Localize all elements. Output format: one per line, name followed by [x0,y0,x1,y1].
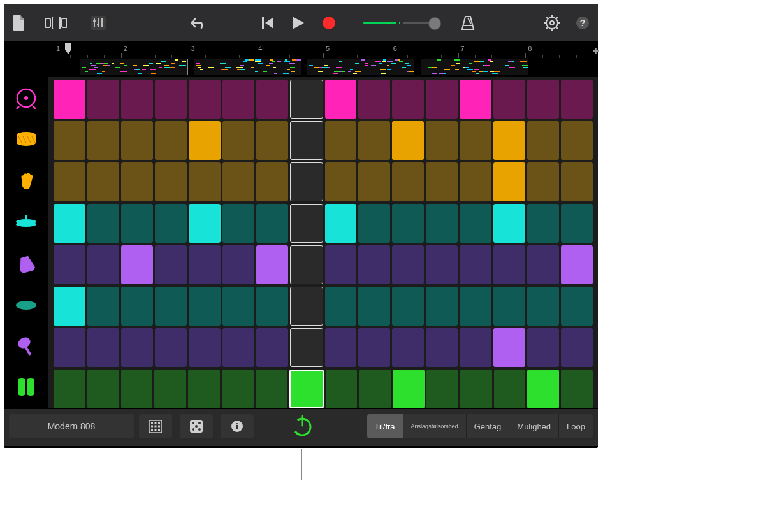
step-cell[interactable] [256,162,288,201]
step-cell[interactable] [460,328,491,367]
arrangement-overview[interactable] [4,58,598,77]
step-cell[interactable] [290,328,323,367]
mixer-icon[interactable] [83,4,113,41]
step-cell[interactable] [290,121,323,160]
step-cell[interactable] [87,80,119,119]
step-cell[interactable] [426,204,458,243]
step-cell[interactable] [561,80,593,119]
step-cell[interactable] [460,204,491,243]
step-cell[interactable] [155,80,187,119]
step-cell[interactable] [121,162,153,201]
step-cell[interactable] [256,370,287,408]
mode-loop[interactable]: Loop [559,414,593,438]
preset-selector[interactable]: Modern 808 [9,414,134,438]
step-cell[interactable] [256,287,288,326]
step-cell[interactable] [54,204,85,243]
step-cell[interactable] [54,245,85,284]
step-cell[interactable] [393,370,425,408]
step-cell[interactable] [561,328,593,367]
step-cell[interactable] [358,287,390,326]
step-cell[interactable] [189,328,221,367]
master-volume[interactable] [363,22,435,24]
step-cell[interactable] [493,80,525,119]
play-icon[interactable] [283,4,314,41]
step-cell[interactable] [290,204,323,243]
step-cell[interactable] [155,328,187,367]
step-cell[interactable] [188,370,220,408]
step-cell[interactable] [358,245,390,284]
step-cell[interactable] [155,121,187,160]
step-cell[interactable] [290,162,323,201]
step-cell[interactable] [189,80,221,119]
hihat-icon[interactable] [4,201,48,243]
overview-section[interactable] [421,59,528,75]
step-cell[interactable] [561,162,593,201]
add-section-icon[interactable]: + [592,45,599,58]
step-cell[interactable] [358,121,390,160]
step-cell[interactable] [54,80,85,119]
step-cell[interactable] [87,370,119,408]
step-cell[interactable] [561,121,593,160]
undo-icon[interactable] [184,4,214,41]
power-button[interactable] [289,413,315,438]
step-cell[interactable] [494,370,526,408]
mode-velocity[interactable]: Anslagsfølsomhed [403,414,467,438]
step-cell[interactable] [189,287,221,326]
step-cell[interactable] [358,80,390,119]
step-cell[interactable] [426,80,458,119]
step-cell[interactable] [426,370,458,408]
step-cell[interactable] [256,80,288,119]
shaker-icon[interactable] [4,326,48,367]
step-cell[interactable] [189,162,221,201]
step-cell[interactable] [561,245,593,284]
step-cell[interactable] [460,245,491,284]
step-cell[interactable] [358,162,390,201]
step-cell[interactable] [527,80,559,119]
step-cell[interactable] [460,162,491,201]
info-button[interactable]: i [221,414,254,438]
crash-icon[interactable] [4,284,48,326]
snare-icon[interactable] [4,119,48,160]
step-cell[interactable] [189,121,221,160]
mode-toggle[interactable]: Til/fra [367,414,403,438]
step-cell[interactable] [527,245,559,284]
step-cell[interactable] [222,370,254,408]
step-cell[interactable] [493,121,525,160]
step-cell[interactable] [359,370,391,408]
clap-icon[interactable] [4,160,48,201]
step-cell[interactable] [289,370,324,408]
overview-section[interactable] [194,59,301,75]
step-cell[interactable] [426,121,458,160]
overview-section[interactable] [307,59,414,75]
step-cell[interactable] [561,287,593,326]
cowbell-icon[interactable] [4,243,48,284]
step-cell[interactable] [155,245,187,284]
congas-icon[interactable] [4,367,48,408]
browser-icon[interactable] [38,4,75,41]
metronome-icon[interactable] [453,4,483,41]
step-cell[interactable] [222,245,254,284]
step-cell[interactable] [54,162,85,201]
step-cell[interactable] [392,245,424,284]
step-cell[interactable] [290,245,323,284]
overview-section[interactable] [80,59,187,75]
step-cell[interactable] [87,287,119,326]
step-cell[interactable] [460,370,492,408]
step-cell[interactable] [561,204,593,243]
step-cell[interactable] [426,245,458,284]
step-cell[interactable] [155,204,187,243]
step-cell[interactable] [527,370,559,408]
step-cell[interactable] [326,370,358,408]
step-cell[interactable] [290,80,323,119]
step-cell[interactable] [189,204,221,243]
mode-option[interactable]: Mulighed [509,414,559,438]
step-cell[interactable] [121,245,153,284]
step-cell[interactable] [121,287,153,326]
step-cell[interactable] [325,287,357,326]
step-cell[interactable] [325,80,357,119]
step-cell[interactable] [256,121,288,160]
step-cell[interactable] [222,328,254,367]
step-cell[interactable] [54,121,85,160]
step-cell[interactable] [256,245,288,284]
timeline-ruler[interactable]: 12345678 + [4,41,598,58]
